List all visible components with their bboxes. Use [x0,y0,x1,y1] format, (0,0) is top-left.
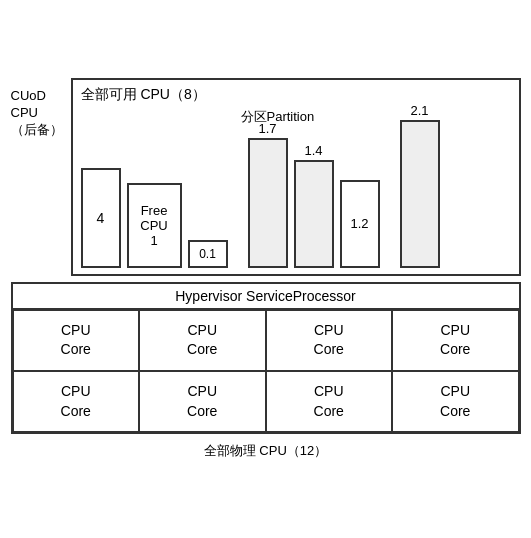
hypervisor-section: Hypervisor ServiceProcessor CPUCore CPUC… [11,282,521,434]
bar-17-rect [248,138,288,268]
partition-label: 分区Partition [241,108,315,126]
bar-01-rect: 0.1 [188,240,228,268]
cpu-core-2: CPUCore [139,310,266,371]
bar-cuod: 4 [81,168,121,268]
bar-17: 1.7 [248,121,288,268]
bar-cuod-rect: 4 [81,168,121,268]
bar-01-label: 0.1 [199,247,216,261]
main-container: CUoDCPU（后备） 全部可用 CPU（8） 分区Partition 4 Fr… [11,78,521,460]
bar-12: 1.2 [340,180,380,268]
bar-01: 0.1 [188,240,228,268]
bar-free-cpu-rect: Free CPU1 [127,183,182,268]
cpu-core-7: CPUCore [266,371,393,432]
bar-21-top-label: 2.1 [410,103,428,118]
bar-free-cpu: Free CPU1 [127,183,182,268]
cpu-core-5: CPUCore [13,371,140,432]
chart-outer: 全部可用 CPU（8） 分区Partition 4 Free CPU1 [71,78,521,276]
cuod-label: CUoDCPU（后备） [11,78,71,276]
cpu-core-8: CPUCore [392,371,519,432]
bar-14-top-label: 1.4 [304,143,322,158]
bar-21: 2.1 [400,103,440,268]
bar-21-rect [400,120,440,268]
cpu-core-1: CPUCore [13,310,140,371]
bar-12-label: 1.2 [350,216,368,231]
cpu-core-3: CPUCore [266,310,393,371]
bottom-label: 全部物理 CPU（12） [204,442,328,460]
chart-title: 全部可用 CPU（8） [81,86,511,104]
chart-area: 分区Partition 4 Free CPU1 0.1 [81,108,511,268]
bar-14: 1.4 [294,143,334,268]
bar-free-cpu-label: Free CPU1 [129,203,180,248]
cpu-core-4: CPUCore [392,310,519,371]
bar-14-rect [294,160,334,268]
bar-12-rect: 1.2 [340,180,380,268]
bar-cuod-label: 4 [97,210,105,226]
hypervisor-title: Hypervisor ServiceProcessor [13,284,519,310]
top-section: CUoDCPU（后备） 全部可用 CPU（8） 分区Partition 4 Fr… [11,78,521,276]
cpu-grid: CPUCore CPUCore CPUCore CPUCore CPUCore … [13,310,519,432]
cpu-core-6: CPUCore [139,371,266,432]
